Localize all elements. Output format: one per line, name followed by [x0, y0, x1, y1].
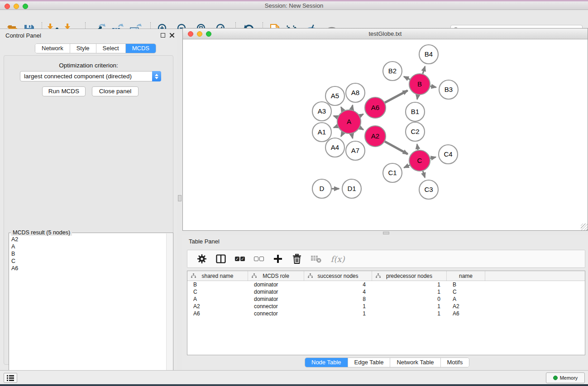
table-row[interactable]: A2connector11A2 — [187, 303, 585, 310]
graph-node-B1[interactable]: B1 — [406, 102, 425, 121]
table-cell[interactable]: 1 — [372, 281, 447, 288]
graph-node-A3[interactable]: A3 — [312, 102, 331, 121]
mcds-result-list[interactable]: A2ABCA6 — [10, 236, 166, 386]
column-header-successor-nodes[interactable]: successor nodes — [304, 271, 372, 281]
graph-edge-C-C1[interactable] — [404, 165, 410, 168]
graph-edge-C-C3[interactable] — [423, 171, 425, 177]
graph-edge-C-C2[interactable] — [417, 144, 418, 150]
mcds-result-item[interactable]: A6 — [11, 265, 166, 272]
tab-network-table[interactable]: Network Table — [390, 358, 440, 367]
table-cell[interactable]: dominator — [248, 296, 304, 302]
column-header-predecessor-nodes[interactable]: predecessor nodes — [372, 271, 447, 281]
graph-edge-A-A8[interactable] — [352, 105, 353, 110]
criterion-dropdown[interactable]: largest connected component (directed) — [20, 71, 161, 81]
graph-node-C3[interactable]: C3 — [419, 180, 438, 199]
memory-button[interactable]: Memory — [546, 372, 585, 383]
table-cell[interactable]: 4 — [304, 281, 372, 288]
table-cell[interactable]: 4 — [304, 289, 372, 295]
delete-table-button[interactable] — [310, 253, 322, 265]
graph-node-B[interactable]: B — [409, 74, 430, 95]
graph-node-C2[interactable]: C2 — [406, 122, 425, 141]
graph-edge-C-C4[interactable] — [430, 157, 435, 158]
graph-edge-B-B3[interactable] — [430, 86, 436, 87]
vertical-split-divider[interactable] — [177, 29, 182, 370]
table-cell[interactable]: 1 — [372, 289, 447, 295]
column-header-mcds-role[interactable]: MCDS role — [248, 271, 304, 281]
mcds-result-item[interactable]: A — [11, 243, 166, 250]
mcds-result-item[interactable]: C — [11, 257, 166, 265]
graph-edge-B-B4[interactable] — [423, 67, 425, 74]
graph-node-A2[interactable]: A2 — [365, 126, 386, 147]
table-cell[interactable]: 1 — [372, 303, 447, 310]
graph-node-C4[interactable]: C4 — [439, 145, 458, 164]
graph-edge-A-A7[interactable] — [352, 133, 353, 138]
table-settings-button[interactable] — [196, 253, 208, 265]
table-cell[interactable]: 8 — [304, 296, 372, 302]
graph-node-D[interactable]: D — [312, 179, 331, 198]
graph-node-A[interactable]: A — [337, 110, 361, 133]
table-cell[interactable]: dominator — [248, 289, 304, 295]
table-cell[interactable]: A2 — [447, 303, 485, 310]
table-cell[interactable]: connector — [248, 310, 304, 317]
table-cell[interactable]: B — [447, 281, 485, 288]
graph-node-A7[interactable]: A7 — [346, 141, 365, 160]
mcds-result-item[interactable]: A2 — [11, 236, 166, 243]
graph-edge-A-A4[interactable] — [341, 133, 343, 137]
table-cell[interactable]: C — [187, 289, 248, 295]
close-panel-button[interactable]: Close panel — [92, 86, 139, 96]
table-cell[interactable]: 1 — [372, 310, 447, 317]
graph-node-A6[interactable]: A6 — [365, 97, 386, 118]
table-cell[interactable]: 1 — [304, 303, 372, 310]
vertical-split-handle[interactable] — [178, 195, 182, 201]
network-window-titlebar[interactable]: testGlobe.txt — [183, 29, 588, 39]
graph-node-B3[interactable]: B3 — [439, 80, 458, 99]
graph-node-C[interactable]: C — [409, 150, 430, 171]
graph-edge-B-B1[interactable] — [417, 95, 418, 100]
table-row[interactable]: A6connector11A6 — [187, 310, 585, 317]
graph-edge-A-A2[interactable] — [360, 128, 363, 129]
mcds-result-item[interactable]: B — [11, 250, 166, 257]
add-column-button[interactable] — [272, 253, 284, 265]
select-all-button[interactable]: ✓ ✓ — [234, 253, 246, 265]
graph-node-A8[interactable]: A8 — [346, 83, 365, 102]
graph-edge-B-B2[interactable] — [404, 76, 410, 79]
graph-node-D1[interactable]: D1 — [342, 179, 361, 198]
close-panel-icon[interactable] — [169, 33, 175, 38]
graph-edge-A2-C[interactable] — [385, 142, 408, 154]
mcds-result-scrollbar[interactable] — [166, 234, 172, 386]
resize-grip-icon[interactable] — [581, 224, 588, 230]
table-cell[interactable]: connector — [248, 303, 304, 310]
column-browser-button[interactable] — [215, 253, 227, 265]
network-canvas[interactable]: B4B2BB3A8A5A6A3B1AC2A1A2A4A7C4CC1DD1C3 — [183, 39, 588, 230]
tab-style[interactable]: Style — [70, 44, 96, 53]
float-panel-icon[interactable] — [161, 33, 165, 38]
table-row[interactable]: Bdominator41B — [187, 281, 585, 288]
graph-edge-A-A5[interactable] — [341, 107, 343, 111]
tab-edge-table[interactable]: Edge Table — [348, 358, 391, 367]
table-cell[interactable]: A2 — [187, 303, 248, 310]
table-cell[interactable]: A6 — [187, 310, 248, 317]
table-row[interactable]: Adominator80A — [187, 295, 585, 303]
deselect-all-button[interactable] — [253, 253, 265, 265]
graph-edge-A-A3[interactable] — [334, 116, 338, 117]
graph-node-A4[interactable]: A4 — [325, 138, 344, 157]
table-cell[interactable]: B — [187, 281, 248, 288]
graph-node-B2[interactable]: B2 — [383, 62, 402, 81]
table-cell[interactable]: A — [447, 296, 485, 302]
graph-edge-A6-B[interactable] — [385, 91, 407, 103]
graph-edge-A-A6[interactable] — [360, 114, 363, 116]
graph-node-C1[interactable]: C1 — [383, 163, 402, 182]
tab-network[interactable]: Network — [35, 44, 70, 53]
network-graph[interactable]: B4B2BB3A8A5A6A3B1AC2A1A2A4A7C4CC1DD1C3 — [183, 39, 588, 230]
function-builder-button[interactable]: f(x) — [329, 253, 347, 265]
horizontal-split-divider[interactable] — [182, 231, 588, 235]
graph-node-B4[interactable]: B4 — [419, 45, 438, 64]
run-mcds-button[interactable]: Run MCDS — [42, 86, 86, 96]
tab-node-table[interactable]: Node Table — [305, 358, 348, 367]
tab-mcds[interactable]: MCDS — [126, 44, 156, 53]
column-header-shared-name[interactable]: shared name — [187, 271, 248, 281]
graph-node-A1[interactable]: A1 — [312, 123, 331, 142]
table-row[interactable]: Cdominator41C — [187, 288, 585, 295]
column-header-name[interactable]: name — [447, 271, 485, 281]
tab-select[interactable]: Select — [96, 44, 126, 53]
